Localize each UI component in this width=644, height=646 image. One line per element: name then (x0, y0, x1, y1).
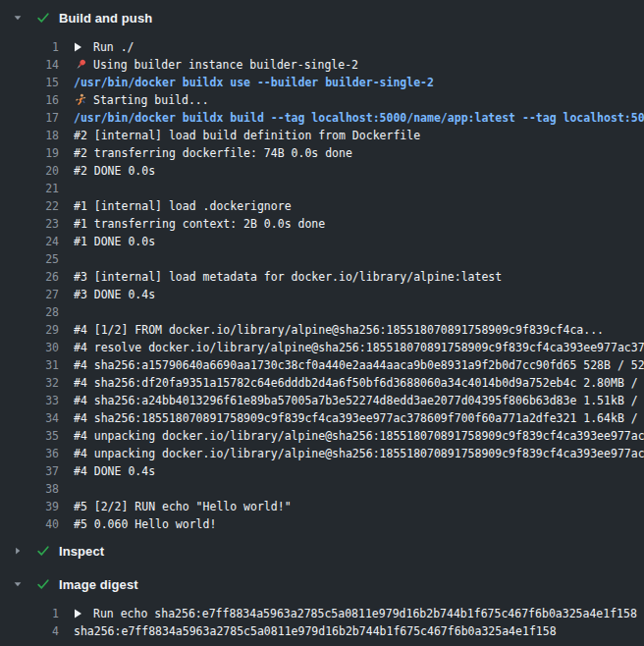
log-line: 38 (0, 480, 644, 498)
line-text: #4 unpacking docker.io/library/alpine@sh… (74, 427, 644, 445)
section-header-build-and-push[interactable]: Build and push (0, 4, 644, 31)
log-line: 37#4 DONE 0.4s (0, 462, 644, 480)
section-header-image-digest[interactable]: Image digest (0, 570, 644, 598)
line-number[interactable]: 1 (0, 605, 59, 622)
section-inspect: Inspect (0, 537, 644, 565)
line-text: #3 [internal] load metadata for docker.i… (74, 268, 644, 286)
line-text: #1 transferring context: 2B 0.0s done (74, 215, 644, 233)
check-icon (35, 544, 51, 558)
line-text: #4 unpacking docker.io/library/alpine@sh… (74, 445, 644, 462)
section-build-and-push: Build and push 1Run ./14Using builder in… (0, 4, 644, 537)
log-line: 19#2 transferring dockerfile: 74B 0.0s d… (0, 144, 644, 162)
line-number[interactable]: 40 (0, 515, 59, 533)
line-number[interactable]: 30 (0, 339, 59, 356)
line-text: Run echo sha256:e7ff8834a5963a2785c5a081… (74, 605, 644, 622)
log-line: 35#4 unpacking docker.io/library/alpine@… (0, 427, 644, 445)
line-text: #4 sha256:185518070891758909c9f839cf4ca3… (74, 409, 644, 427)
log-line: 25 (0, 250, 644, 268)
run-expander-icon[interactable] (74, 42, 93, 52)
line-text: /usr/bin/docker buildx build --tag local… (74, 109, 644, 127)
line-number[interactable]: 19 (0, 144, 59, 162)
line-number[interactable]: 27 (0, 286, 59, 303)
log-line: 18#2 [internal] load build definition fr… (0, 127, 644, 144)
section-header-inspect[interactable]: Inspect (0, 537, 644, 565)
line-number[interactable]: 16 (0, 91, 59, 109)
line-text: #2 [internal] load build definition from… (74, 127, 644, 144)
line-text: #2 transferring dockerfile: 74B 0.0s don… (74, 144, 644, 162)
workflow-log-viewer: Build and push 1Run ./14Using builder in… (0, 4, 644, 644)
line-number[interactable]: 37 (0, 462, 59, 480)
log-line: 1Run ./ (0, 38, 644, 56)
line-text: #4 sha256:df20fa9351a15782c64e6dddb2d4a6… (74, 374, 644, 392)
check-icon (35, 577, 51, 591)
section-title: Image digest (59, 577, 138, 592)
run-expander-icon[interactable] (74, 609, 93, 619)
line-text: sha256:e7ff8834a5963a2785c5a0811e979d16b… (74, 622, 644, 640)
log-line: 24#1 DONE 0.0s (0, 233, 644, 250)
line-number[interactable]: 21 (0, 180, 59, 197)
line-number[interactable]: 26 (0, 268, 59, 286)
line-text: /usr/bin/docker buildx use --builder bui… (74, 74, 644, 91)
log-line: 26#3 [internal] load metadata for docker… (0, 268, 644, 286)
line-number[interactable]: 28 (0, 303, 59, 321)
pushpin-icon (74, 58, 88, 73)
line-number[interactable]: 17 (0, 109, 59, 127)
log-line: 39#5 [2/2] RUN echo "Hello world!" (0, 498, 644, 515)
chevron-down-icon[interactable] (10, 578, 26, 590)
runner-icon (74, 93, 88, 108)
line-number[interactable]: 33 (0, 392, 59, 409)
line-text: #1 DONE 0.0s (74, 233, 644, 250)
log-line: 14Using builder instance builder-single-… (0, 56, 644, 74)
log-line: 15/usr/bin/docker buildx use --builder b… (0, 74, 644, 91)
line-text: #4 [1/2] FROM docker.io/library/alpine@s… (74, 321, 644, 339)
log-line: 20#2 DONE 0.0s (0, 162, 644, 180)
section-title: Inspect (59, 544, 104, 559)
check-icon (35, 11, 51, 25)
line-text: Starting build... (74, 91, 644, 109)
line-text: #4 DONE 0.4s (74, 462, 644, 480)
line-number[interactable]: 38 (0, 480, 59, 498)
line-text: #4 sha256:a15790640a6690aa1730c38cf0a440… (74, 356, 644, 374)
section-image-digest: Image digest 1Run echo sha256:e7ff8834a5… (0, 570, 644, 644)
chevron-down-icon[interactable] (10, 12, 26, 24)
log-line: 23#1 transferring context: 2B 0.0s done (0, 215, 644, 233)
log-line: 21 (0, 180, 644, 197)
line-text: #1 [internal] load .dockerignore (74, 197, 644, 215)
log-line: 4sha256:e7ff8834a5963a2785c5a0811e979d16… (0, 622, 644, 640)
line-number[interactable]: 29 (0, 321, 59, 339)
log-line: 30#4 resolve docker.io/library/alpine@sh… (0, 339, 644, 356)
log-line: 16Starting build... (0, 91, 644, 109)
chevron-right-icon[interactable] (10, 545, 26, 557)
log-lines-build-and-push: 1Run ./14Using builder instance builder-… (0, 38, 644, 537)
line-number[interactable]: 25 (0, 250, 59, 268)
line-number[interactable]: 34 (0, 409, 59, 427)
line-number[interactable]: 20 (0, 162, 59, 180)
log-line: 34#4 sha256:185518070891758909c9f839cf4c… (0, 409, 644, 427)
log-line: 29#4 [1/2] FROM docker.io/library/alpine… (0, 321, 644, 339)
line-number[interactable]: 18 (0, 127, 59, 144)
line-text: #4 resolve docker.io/library/alpine@sha2… (74, 339, 644, 356)
section-title: Build and push (59, 11, 152, 26)
line-number[interactable]: 36 (0, 445, 59, 462)
line-text: #4 sha256:a24bb4013296f61e89ba57005a7b3e… (74, 392, 644, 409)
line-text: #5 0.060 Hello world! (74, 515, 644, 533)
line-number[interactable]: 14 (0, 56, 59, 74)
log-line: 36#4 unpacking docker.io/library/alpine@… (0, 445, 644, 462)
line-number[interactable]: 35 (0, 427, 59, 445)
line-number[interactable]: 24 (0, 233, 59, 250)
line-number[interactable]: 22 (0, 197, 59, 215)
line-number[interactable]: 39 (0, 498, 59, 515)
line-number[interactable]: 32 (0, 374, 59, 392)
line-number[interactable]: 31 (0, 356, 59, 374)
line-number[interactable]: 4 (0, 622, 59, 640)
log-line: 22#1 [internal] load .dockerignore (0, 197, 644, 215)
log-line: 17/usr/bin/docker buildx build --tag loc… (0, 109, 644, 127)
line-text: #5 [2/2] RUN echo "Hello world!" (74, 498, 644, 515)
line-number[interactable]: 23 (0, 215, 59, 233)
line-number[interactable]: 15 (0, 74, 59, 91)
log-lines-image-digest: 1Run echo sha256:e7ff8834a5963a2785c5a08… (0, 605, 644, 644)
line-text: Using builder instance builder-single-2 (74, 56, 644, 74)
log-line: 1Run echo sha256:e7ff8834a5963a2785c5a08… (0, 605, 644, 622)
line-number[interactable]: 1 (0, 38, 59, 56)
log-line: 27#3 DONE 0.4s (0, 286, 644, 303)
